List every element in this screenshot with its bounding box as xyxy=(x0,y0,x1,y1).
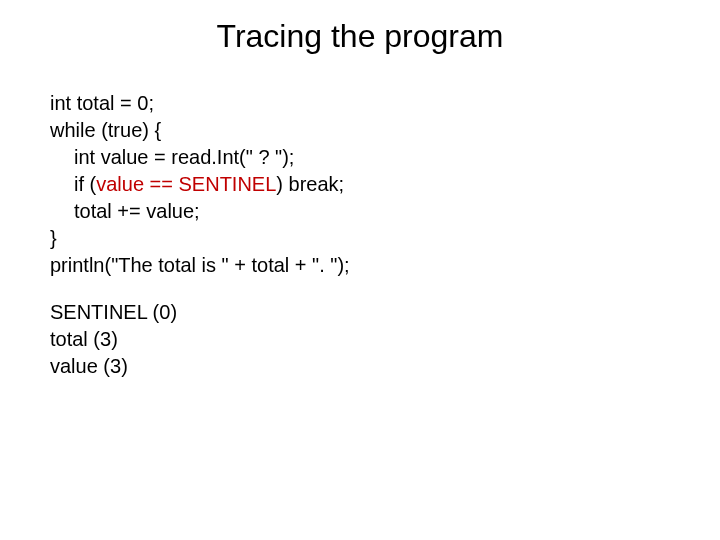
code-line-7: println("The total is " + total + ". "); xyxy=(50,252,350,279)
trace-line-1: SENTINEL (0) xyxy=(50,299,350,326)
code-line-1: int total = 0; xyxy=(50,90,350,117)
code-condition-highlight: value == SENTINEL xyxy=(96,173,276,195)
code-line-6: } xyxy=(50,225,350,252)
spacer xyxy=(50,279,350,299)
code-line-3: int value = read.Int(" ? "); xyxy=(50,144,350,171)
code-line-4: if (value == SENTINEL) break; xyxy=(50,171,350,198)
code-line-2: while (true) { xyxy=(50,117,350,144)
slide: Tracing the program int total = 0; while… xyxy=(0,0,720,540)
code-if-pre: if ( xyxy=(74,173,96,195)
trace-line-3: value (3) xyxy=(50,353,350,380)
code-line-5: total += value; xyxy=(50,198,350,225)
slide-title: Tracing the program xyxy=(0,18,720,55)
code-if-post: ) break; xyxy=(276,173,344,195)
slide-body: int total = 0; while (true) { int value … xyxy=(50,90,350,380)
trace-line-2: total (3) xyxy=(50,326,350,353)
